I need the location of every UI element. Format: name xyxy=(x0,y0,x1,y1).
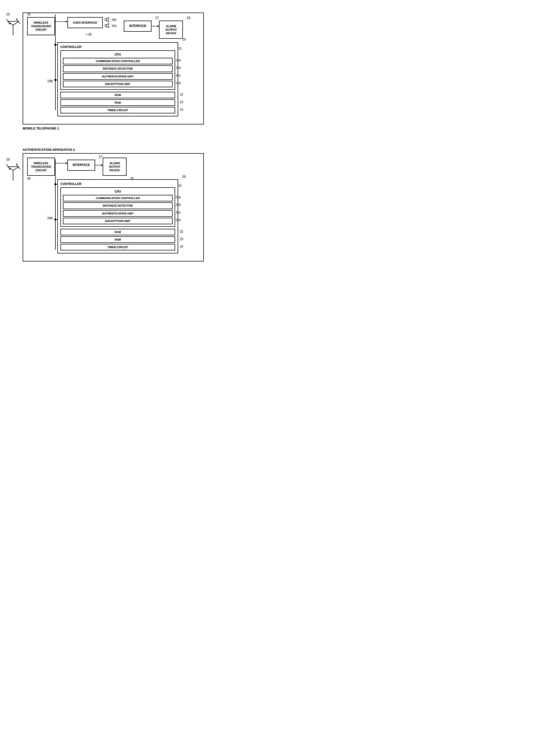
alarm-box-2: ALARM OUTPUT DEVICE xyxy=(103,158,126,176)
user-interface-box-1: USER INTERFACE xyxy=(67,17,103,28)
speaker-icons-1: 18b 18a xyxy=(105,17,116,28)
svg-marker-9 xyxy=(107,17,109,22)
svg-line-2 xyxy=(13,21,19,25)
sub-boxes-2: COMMUNICATION CONTROLLER 21a DISTANCE DE… xyxy=(63,195,173,224)
speaker-icon-18b xyxy=(105,17,111,22)
enc-unit-2: ENCRYPTION UNIT xyxy=(63,218,173,224)
controller-ref-1: 10 xyxy=(182,38,186,41)
svg-point-33 xyxy=(54,218,56,220)
dist-ref-2: 21b xyxy=(176,203,181,206)
timer-box-1: TIMER CIRCUIT xyxy=(60,107,175,113)
controller-label-2: CONTROLLER xyxy=(60,182,175,186)
enc-ref-2: 21d xyxy=(176,218,181,222)
svg-rect-8 xyxy=(105,19,107,21)
interface-box-2: INTERFACE xyxy=(67,160,95,171)
svg-rect-10 xyxy=(105,25,107,27)
bus-ref-2: 20B xyxy=(47,216,53,220)
wireless-ref-1: 16 xyxy=(27,13,30,16)
antenna-2 xyxy=(6,163,20,184)
ram-box-2: RAM xyxy=(60,236,175,243)
controller-label-1: CONTROLLER xyxy=(60,45,175,49)
bus-ref-1: 10B xyxy=(47,79,53,83)
mobile-telephone-label: MOBILE TELEPHONE 1 xyxy=(23,126,211,130)
interface-18-ref: • 18 xyxy=(86,33,91,36)
rom-box-1: ROM xyxy=(60,92,175,98)
auth-ref-2: 21c xyxy=(176,211,181,214)
sub-boxes-1: COMMUNICATION CONTROLLER 11a DISTANCE DE… xyxy=(63,58,173,87)
cpu-label-2: CPU xyxy=(63,190,173,193)
antenna-ref-2: 25 xyxy=(6,158,10,161)
cpu-label-1: CPU xyxy=(63,53,173,56)
interface-ref-2: 27 xyxy=(99,155,102,159)
interface-box-1: INTERFACE xyxy=(124,21,151,32)
enc-ref-1: 11d xyxy=(176,81,181,85)
interface-ref-1: 17 xyxy=(155,16,158,20)
alarm-box-1: ALARM OUTPUT DEVICE xyxy=(159,21,183,39)
distance-detector-1: DISTANCE DETECTOR xyxy=(63,65,173,72)
wireless-transceiver-box-1: WIRELESS TRANSCEIVER CIRCUIT xyxy=(27,17,55,35)
auth-ref-1: 11c xyxy=(176,74,181,77)
svg-point-31 xyxy=(54,183,56,185)
speaker-icon-18a xyxy=(105,23,111,28)
cpu-ref-2: 21 xyxy=(178,184,182,187)
cpu-ref-1: 11 xyxy=(178,47,182,50)
antenna-ref-1: 15 xyxy=(6,13,10,16)
distance-detector-2: DISTANCE DETECTOR xyxy=(63,202,173,209)
comm-ref-2: 21a xyxy=(176,195,181,199)
enc-unit-1: ENCRYPTION UNIT xyxy=(63,81,173,87)
memory-boxes-2: ROM 22 RAM 23 TIMER CIRCUIT 24 xyxy=(60,229,175,250)
dist-ref-1: 11b xyxy=(176,66,181,69)
svg-point-18 xyxy=(54,79,56,81)
svg-marker-11 xyxy=(107,23,109,28)
svg-point-16 xyxy=(54,44,56,46)
controller-ref-2: 20 xyxy=(182,175,186,178)
svg-line-21 xyxy=(13,167,19,170)
comm-controller-1: COMMUNICATION CONTROLLER xyxy=(63,58,173,64)
rom-box-2: ROM xyxy=(60,229,175,235)
ram-box-1: RAM xyxy=(60,99,175,106)
comm-controller-2: COMMUNICATION CONTROLLER xyxy=(63,195,173,201)
auth-unit-2: AUTHENTICATION UNIT xyxy=(63,210,173,217)
diagram-container: 15 16 WIRELESS TRANSCEIVER CIRCUIT xyxy=(5,5,211,261)
auth-apparatus-label: AUTHENTICATION APPARATUS 2 xyxy=(23,148,211,152)
memory-boxes-1: ROM 12 RAM 13 TIMER CIRCUIT 14 xyxy=(60,92,175,113)
antenna-1 xyxy=(6,18,20,39)
wireless-transceiver-box-2: WIRELESS TRANSCEIVER CIRCUIT xyxy=(27,158,55,176)
comm-ref-1: 11a xyxy=(176,58,181,62)
wireless-ref-2: 26 xyxy=(27,177,30,180)
timer-box-2: TIMER CIRCUIT xyxy=(60,244,175,250)
alarm-ref-1: 19 xyxy=(187,16,190,20)
auth-unit-1: AUTHENTICATION UNIT xyxy=(63,73,173,80)
